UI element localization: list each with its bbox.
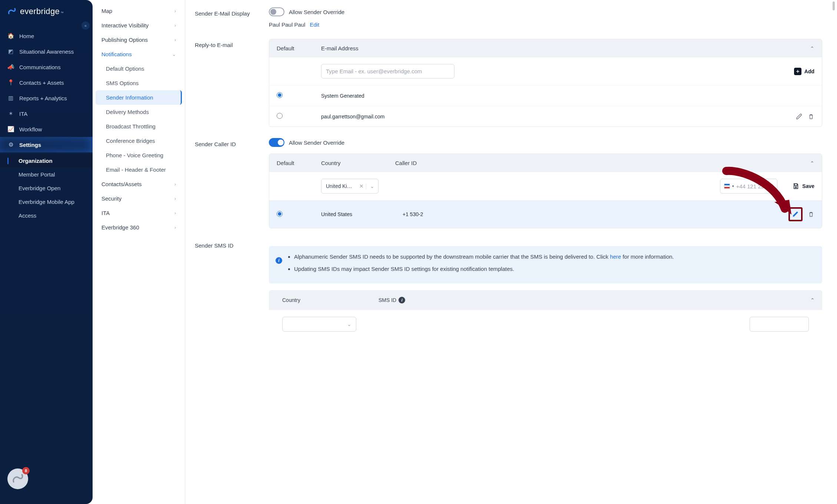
subnav-label: Access (19, 212, 36, 219)
tree-everbridge-360[interactable]: Everbridge 360› (96, 220, 182, 235)
reply-email-value: System Generated (321, 93, 364, 99)
reply-row-custom: paul.garrettson@gmail.com (269, 106, 822, 127)
tree-contacts-assets[interactable]: Contacts/Assets› (96, 177, 182, 191)
caller-id-header: Default Country Caller ID ⌃ (269, 154, 822, 172)
tree-sms-options[interactable]: SMS Options (96, 76, 182, 90)
home-icon: 🏠 (7, 33, 14, 39)
edit-icon[interactable] (792, 211, 799, 218)
tree-conference-bridges[interactable]: Conference Bridges (96, 134, 182, 148)
nav-label: Situational Awareness (19, 48, 74, 55)
brand-tm: ™ (60, 11, 64, 15)
settings-subnav: Organization Member Portal Everbridge Op… (0, 154, 93, 222)
reply-radio-custom[interactable] (277, 113, 283, 119)
allow-sender-override-email-toggle[interactable] (269, 7, 284, 16)
collapse-panel-icon[interactable]: ⌃ (810, 297, 815, 303)
col-country: Country (321, 160, 395, 166)
avatar-container: 8 (0, 461, 93, 497)
caller-id-input[interactable] (736, 183, 773, 189)
tree-label: Map (101, 8, 112, 14)
chevron-right-icon: › (174, 211, 176, 216)
country-select[interactable]: United King… ✕ ⌄ (321, 179, 379, 194)
clear-country-icon[interactable]: ✕ (357, 183, 366, 189)
tree-notifications-children: Default Options SMS Options Sender Infor… (96, 61, 182, 177)
chevron-right-icon: › (174, 9, 176, 14)
tree-delivery-methods[interactable]: Delivery Methods (96, 105, 182, 119)
subnav-everbridge-open[interactable]: Everbridge Open (0, 181, 93, 195)
nav-settings[interactable]: ⚙Settings (0, 137, 93, 152)
primary-nav: 🏠Home ◩Situational Awareness 📣Communicat… (0, 28, 93, 152)
nav-contacts-assets[interactable]: 📍Contacts + Assets (0, 75, 93, 90)
tree-notifications[interactable]: Notifications⌄ (96, 47, 182, 61)
line-chart-icon: 📈 (7, 126, 14, 132)
nav-reports-analytics[interactable]: ▥Reports + Analytics (0, 90, 93, 106)
nav-label: Settings (19, 142, 41, 148)
nav-workflow[interactable]: 📈Workflow (0, 121, 93, 137)
caller-id-panel: Default Country Caller ID ⌃ United King…… (269, 154, 822, 228)
chevron-right-icon: › (174, 23, 176, 28)
subnav-label: Organization (19, 158, 53, 164)
tree-security[interactable]: Security› (96, 191, 182, 206)
collapse-panel-icon[interactable]: ⌃ (810, 160, 814, 166)
nav-communications[interactable]: 📣Communications (0, 59, 93, 75)
tree-sub-label: SMS Options (106, 80, 139, 86)
tree-default-options[interactable]: Default Options (96, 61, 182, 76)
add-email-button[interactable]: ＋ Add (794, 68, 814, 75)
phone-country-dropdown[interactable]: ▾ (732, 184, 734, 188)
pin-icon: 📍 (7, 79, 14, 86)
nav-label: Workflow (19, 126, 42, 132)
edit-icon[interactable] (796, 113, 803, 120)
tree-email-header-footer[interactable]: Email - Header & Footer (96, 162, 182, 177)
subnav-label: Member Portal (19, 171, 55, 178)
edit-caller-highlight (788, 207, 803, 221)
info-bullet: Updating SMS IDs may impact Sender SMS I… (294, 265, 815, 273)
tree-map[interactable]: Map› (96, 4, 182, 18)
tree-broadcast-throttling[interactable]: Broadcast Throttling (96, 119, 182, 134)
tree-label: Publishing Options (101, 37, 148, 43)
email-input[interactable] (321, 64, 454, 78)
user-avatar[interactable]: 8 (7, 468, 28, 489)
sms-panel-header: Country SMS ID i ⌃ (269, 290, 822, 310)
collapse-panel-icon[interactable]: ⌃ (810, 46, 814, 51)
save-caller-button[interactable]: Save (793, 183, 814, 189)
tree-interactive-visibility[interactable]: Interactive Visibility› (96, 18, 182, 33)
info-bullet: Alphanumeric Sender SMS ID needs to be s… (294, 253, 815, 261)
sender-caller-id-label: Sender Caller ID (195, 138, 258, 147)
notification-badge: 8 (22, 467, 30, 474)
chevron-down-icon[interactable]: ⌄ (366, 183, 378, 189)
tree-publishing-options[interactable]: Publishing Options› (96, 33, 182, 47)
sms-id-input[interactable] (750, 317, 809, 332)
scrollbar-thumb[interactable] (833, 1, 835, 10)
tree-label: Interactive Visibility (101, 22, 149, 28)
delete-icon[interactable] (808, 113, 814, 120)
nav-ita[interactable]: ✶ITA (0, 106, 93, 121)
sms-country-select[interactable]: ⌄ (282, 317, 356, 332)
subnav-organization[interactable]: Organization (0, 154, 93, 168)
tree-ita[interactable]: ITA› (96, 206, 182, 220)
caller-radio-us[interactable] (277, 211, 283, 217)
subnav-member-portal[interactable]: Member Portal (0, 168, 93, 181)
collapse-sidebar-button[interactable]: « (81, 21, 90, 30)
save-label: Save (802, 183, 814, 189)
info-here-link[interactable]: here (610, 253, 621, 260)
allow-sender-override-caller-toggle[interactable] (269, 138, 284, 147)
reply-email-value: paul.garrettson@gmail.com (321, 114, 384, 120)
help-icon[interactable]: i (399, 297, 405, 303)
chevron-right-icon: › (174, 37, 176, 43)
brand-logo: everbridge™ (0, 0, 93, 21)
delete-icon[interactable] (808, 211, 814, 218)
reply-radio-system[interactable] (277, 92, 283, 98)
chevron-right-icon: › (174, 196, 176, 201)
edit-sender-name-link[interactable]: Edit (310, 21, 319, 28)
nav-situational-awareness[interactable]: ◩Situational Awareness (0, 44, 93, 59)
nav-home[interactable]: 🏠Home (0, 28, 93, 44)
tree-phone-greeting[interactable]: Phone - Voice Greeting (96, 148, 182, 162)
uk-flag-icon (724, 184, 730, 189)
sender-name-text: Paul Paul Paul (269, 21, 305, 28)
scrollbar[interactable] (833, 0, 836, 504)
reply-to-header: Default E-mail Address ⌃ (269, 39, 822, 57)
col-country: Country (282, 297, 379, 303)
subnav-mobile-app[interactable]: Everbridge Mobile App (0, 195, 93, 209)
subnav-access[interactable]: Access (0, 209, 93, 222)
tree-label: ITA (101, 210, 110, 216)
tree-sender-information[interactable]: Sender Information (96, 90, 182, 105)
